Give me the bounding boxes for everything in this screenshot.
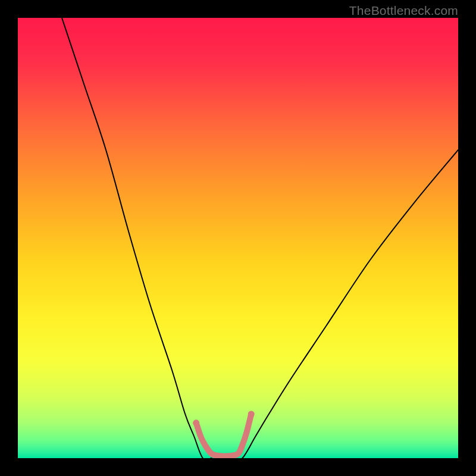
chart-frame: TheBottleneck.com — [0, 0, 476, 476]
bottleneck-chart — [18, 18, 458, 458]
watermark-label: TheBottleneck.com — [349, 4, 458, 18]
series-bottleneck-marker-dot — [193, 419, 199, 426]
series-bottleneck-marker-dot — [248, 411, 255, 418]
plot-area — [18, 18, 458, 458]
